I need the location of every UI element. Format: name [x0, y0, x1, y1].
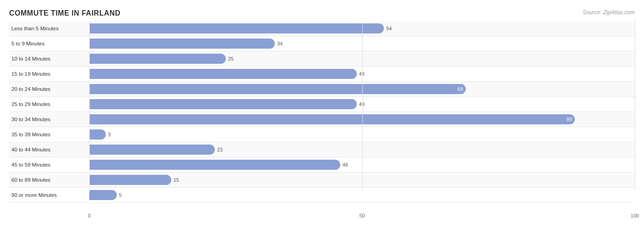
- bar-fill: [89, 175, 171, 185]
- bar-label: 30 to 34 Minutes: [9, 117, 89, 122]
- bar-value: 34: [277, 41, 283, 46]
- bar-label: 35 to 39 Minutes: [9, 132, 89, 137]
- bar-row: Less than 5 Minutes54: [9, 21, 635, 36]
- bar-fill: [89, 54, 226, 64]
- bar-value: 54: [386, 26, 392, 31]
- bar-row: 90 or more Minutes5: [9, 188, 635, 203]
- bar-row: 20 to 24 Minutes69: [9, 82, 635, 97]
- chart-title: COMMUTE TIME IN FAIRLAND: [9, 9, 635, 17]
- x-tick-label: 0: [88, 213, 91, 218]
- bar-fill: [89, 129, 106, 140]
- bar-row: 45 to 59 Minutes46: [9, 157, 635, 173]
- bar-label: 45 to 59 Minutes: [9, 162, 89, 167]
- bar-value: 23: [217, 147, 223, 152]
- bar-fill: 89: [89, 114, 575, 124]
- bar-row: 25 to 29 Minutes49: [9, 97, 635, 112]
- bar-value-inside: 89: [567, 117, 572, 122]
- x-tick-label: 100: [631, 213, 639, 218]
- bar-row: 40 to 44 Minutes23: [9, 142, 635, 157]
- bars-section: Less than 5 Minutes545 to 9 Minutes3410 …: [9, 21, 635, 205]
- bar-row: 30 to 34 Minutes89: [9, 112, 635, 127]
- bar-row: 15 to 19 Minutes49: [9, 67, 635, 82]
- bar-row: 10 to 14 Minutes25: [9, 51, 635, 67]
- bar-fill: 69: [89, 84, 466, 94]
- x-gridline: [362, 21, 363, 191]
- bar-label: 15 to 19 Minutes: [9, 71, 89, 77]
- bar-label: 60 to 89 Minutes: [9, 177, 89, 183]
- bar-label: 25 to 29 Minutes: [9, 101, 89, 107]
- bar-fill: [89, 99, 357, 109]
- bar-label: 20 to 24 Minutes: [9, 86, 89, 92]
- bar-fill: [89, 23, 384, 33]
- bar-label: 5 to 9 Minutes: [9, 41, 89, 46]
- chart-area: Less than 5 Minutes545 to 9 Minutes3410 …: [9, 21, 635, 218]
- bar-row: 35 to 39 Minutes3: [9, 127, 635, 142]
- x-gridline: [635, 21, 635, 191]
- bar-value: 3: [108, 132, 111, 137]
- bar-fill: [89, 39, 275, 49]
- bar-value: 15: [174, 177, 179, 183]
- x-axis: 050100: [89, 205, 635, 218]
- bar-fill: [89, 145, 215, 155]
- chart-container: COMMUTE TIME IN FAIRLAND Source: ZipAtla…: [0, 0, 644, 240]
- bar-fill: [89, 190, 117, 200]
- bar-row: 60 to 89 Minutes15: [9, 173, 635, 188]
- bar-value: 25: [228, 56, 234, 61]
- x-gridline: [89, 21, 90, 191]
- bar-label: 90 or more Minutes: [9, 192, 89, 198]
- bar-fill: [89, 160, 340, 170]
- bar-label: 10 to 14 Minutes: [9, 56, 89, 61]
- bar-label: Less than 5 Minutes: [9, 26, 89, 31]
- bar-value: 46: [343, 162, 348, 167]
- chart-source: Source: ZipAtlas.com: [583, 9, 635, 16]
- bar-fill: [89, 69, 357, 79]
- bar-label: 40 to 44 Minutes: [9, 147, 89, 152]
- bar-value-inside: 69: [458, 86, 463, 92]
- x-tick-label: 50: [359, 213, 365, 218]
- bar-wrapper: 5: [89, 190, 635, 200]
- bar-value: 5: [119, 192, 122, 198]
- bar-row: 5 to 9 Minutes34: [9, 36, 635, 51]
